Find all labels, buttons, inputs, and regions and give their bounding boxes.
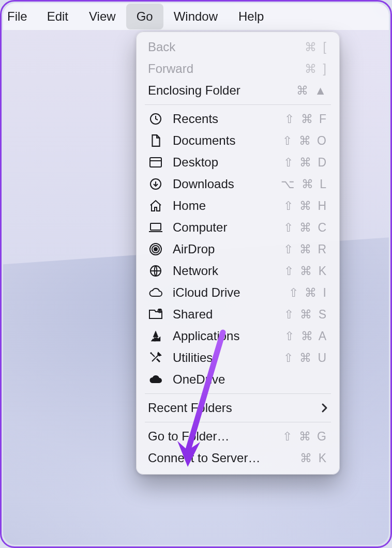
menu-item-recents[interactable]: Recents ⇧ ⌘ F: [137, 108, 339, 130]
desktop-icon: [148, 156, 163, 169]
menu-item-network[interactable]: Network ⇧ ⌘ K: [137, 260, 339, 282]
menu-help[interactable]: Help: [228, 4, 274, 29]
shortcut: ⇧ ⌘ G: [282, 430, 328, 444]
menu-view[interactable]: View: [79, 4, 126, 29]
menu-item-computer[interactable]: Computer ⇧ ⌘ C: [137, 217, 339, 238]
menu-item-label: Back: [148, 40, 305, 54]
document-icon: [148, 134, 163, 147]
separator: [145, 104, 331, 105]
menu-item-label: Documents: [173, 133, 282, 148]
menu-item-label: Connect to Server…: [148, 451, 300, 465]
svg-point-10: [159, 310, 160, 311]
download-icon: [148, 177, 163, 191]
menu-item-recent-folders[interactable]: Recent Folders: [137, 397, 339, 419]
shared-folder-icon: [148, 308, 163, 321]
menu-item-label: Shared: [173, 307, 284, 322]
menu-item-documents[interactable]: Documents ⇧ ⌘ O: [137, 130, 339, 151]
cloud-icon: [148, 286, 163, 299]
chevron-right-icon: [321, 403, 328, 413]
shortcut: ⌘ K: [300, 451, 328, 465]
shortcut: ⇧ ⌘ O: [282, 134, 328, 148]
menu-item-home[interactable]: Home ⇧ ⌘ H: [137, 195, 339, 217]
shortcut: ⇧ ⌘ U: [283, 351, 328, 365]
shortcut: ⇧ ⌘ C: [283, 221, 328, 235]
menu-item-utilities[interactable]: Utilities ⇧ ⌘ U: [137, 347, 339, 369]
utilities-icon: [148, 351, 163, 364]
menu-item-label: iCloud Drive: [173, 285, 289, 300]
shortcut: ⇧ ⌘ I: [289, 286, 328, 300]
menu-item-icloud-drive[interactable]: iCloud Drive ⇧ ⌘ I: [137, 282, 339, 303]
menu-item-label: Recent Folders: [148, 401, 321, 415]
shortcut: ⇧ ⌘ A: [284, 329, 328, 343]
menu-file[interactable]: File: [4, 4, 37, 29]
shortcut: ⇧ ⌘ H: [283, 199, 328, 213]
menu-item-label: Enclosing Folder: [148, 83, 296, 98]
menu-item-go-to-folder[interactable]: Go to Folder… ⇧ ⌘ G: [137, 425, 339, 447]
menu-item-label: Network: [173, 264, 284, 278]
separator: [145, 393, 331, 394]
menu-item-label: Go to Folder…: [148, 429, 282, 444]
cloud-solid-icon: [148, 373, 163, 386]
clock-icon: [148, 112, 163, 126]
home-icon: [148, 199, 163, 212]
laptop-icon: [148, 221, 163, 234]
apps-icon: [148, 329, 163, 343]
menu-item-label: Home: [173, 199, 283, 213]
menu-item-label: Desktop: [173, 155, 283, 170]
network-icon: [148, 264, 163, 278]
menu-bar: File Edit View Go Window Help: [3, 3, 389, 30]
menu-item-back: Back ⌘ [: [137, 36, 339, 58]
menu-item-connect-to-server[interactable]: Connect to Server… ⌘ K: [137, 447, 339, 469]
menu-item-label: Computer: [173, 220, 283, 235]
go-menu-dropdown: Back ⌘ [ Forward ⌘ ] Enclosing Folder ⌘ …: [136, 32, 340, 475]
shortcut: ⇧ ⌘ K: [284, 264, 328, 278]
svg-rect-4: [150, 223, 161, 230]
shortcut: ⌘ ]: [305, 62, 328, 76]
menu-item-downloads[interactable]: Downloads ⌥ ⌘ L: [137, 173, 339, 195]
shortcut: ⇧ ⌘ S: [284, 308, 328, 322]
menu-item-label: Recents: [173, 112, 284, 126]
menu-item-label: Applications: [173, 329, 284, 343]
airdrop-icon: [148, 242, 163, 256]
shortcut: ⇧ ⌘ R: [283, 242, 328, 256]
menu-item-forward: Forward ⌘ ]: [137, 58, 339, 80]
shortcut: ⌘ [: [305, 40, 328, 54]
menu-item-label: Downloads: [173, 177, 281, 191]
svg-point-5: [154, 248, 157, 251]
shortcut: ⌘ ▲: [296, 84, 328, 98]
separator: [145, 422, 331, 422]
menu-item-shared[interactable]: Shared ⇧ ⌘ S: [137, 303, 339, 325]
menu-item-onedrive[interactable]: OneDrive: [137, 369, 339, 390]
menu-item-airdrop[interactable]: AirDrop ⇧ ⌘ R: [137, 238, 339, 260]
menu-item-desktop[interactable]: Desktop ⇧ ⌘ D: [137, 151, 339, 173]
svg-rect-1: [150, 158, 161, 167]
menu-item-enclosing-folder[interactable]: Enclosing Folder ⌘ ▲: [137, 80, 339, 101]
menu-item-label: AirDrop: [173, 242, 283, 256]
shortcut: ⌥ ⌘ L: [281, 177, 328, 191]
menu-item-label: Utilities: [173, 351, 283, 365]
menu-go[interactable]: Go: [126, 4, 163, 29]
menu-window[interactable]: Window: [163, 4, 228, 29]
shortcut: ⇧ ⌘ F: [284, 112, 328, 126]
svg-rect-11: [154, 338, 156, 341]
menu-item-label: OneDrive: [173, 372, 328, 387]
menu-item-label: Forward: [148, 62, 305, 76]
shortcut: ⇧ ⌘ D: [283, 156, 328, 170]
menu-item-applications[interactable]: Applications ⇧ ⌘ A: [137, 325, 339, 347]
menu-edit[interactable]: Edit: [37, 4, 79, 29]
